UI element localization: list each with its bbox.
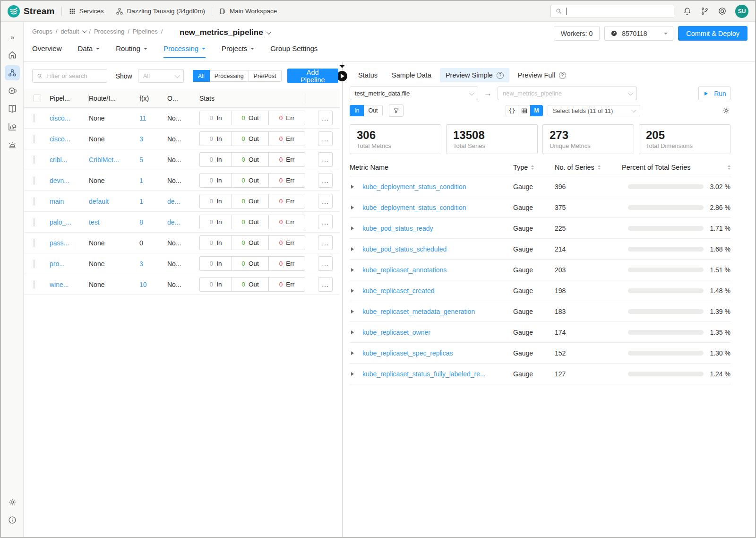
function-count[interactable]: 5	[139, 156, 143, 164]
row-menu-button[interactable]: ...	[318, 173, 333, 188]
col-output[interactable]: O...	[167, 95, 178, 102]
metric-name-link[interactable]: kube_deployment_status_condition	[362, 183, 466, 191]
segment-button[interactable]: All	[193, 70, 210, 82]
expand-row-icon[interactable]	[351, 289, 356, 293]
info-nav[interactable]	[5, 512, 20, 528]
row-menu-button[interactable]: ...	[318, 111, 333, 125]
output-value[interactable]: de...	[167, 218, 180, 226]
settings-nav[interactable]	[5, 495, 20, 510]
function-count[interactable]: 10	[139, 281, 147, 288]
page-title[interactable]: new_metrics_pipeline	[180, 28, 270, 37]
output-value[interactable]: No...	[167, 177, 181, 184]
expand-row-icon[interactable]	[351, 268, 356, 272]
panel-divider[interactable]	[342, 62, 343, 537]
data-nav[interactable]	[5, 83, 20, 98]
sort-icon[interactable]	[531, 164, 534, 171]
col-metric-name[interactable]: Metric Name	[350, 164, 388, 171]
expand-row-icon[interactable]	[351, 372, 356, 376]
output-value[interactable]: No...	[167, 260, 181, 268]
knowledge-nav[interactable]	[5, 101, 20, 116]
output-value[interactable]: No...	[167, 281, 181, 288]
monitoring-nav[interactable]	[5, 119, 20, 134]
workers-button[interactable]: Workers: 0	[554, 26, 600, 41]
group-tab[interactable]: Group Settings	[270, 44, 318, 58]
expand-row-icon[interactable]	[351, 185, 356, 189]
notifications-nav[interactable]	[5, 137, 20, 152]
preview-tab[interactable]: Sample Data	[386, 68, 437, 82]
route-value[interactable]: default	[89, 198, 109, 205]
sort-icon[interactable]	[598, 164, 601, 171]
output-value[interactable]: No...	[167, 239, 181, 247]
workspace-selector[interactable]: Main Workspace	[219, 8, 277, 15]
select-fields-dropdown[interactable]: Select fields (11 of 11)	[548, 105, 640, 116]
row-menu-button[interactable]: ...	[318, 194, 333, 208]
output-value[interactable]: No...	[167, 114, 181, 122]
sample-file-select[interactable]: test_metric_data.file	[350, 87, 478, 100]
route-value[interactable]: None	[89, 135, 104, 143]
row-menu-button[interactable]: ...	[318, 256, 333, 271]
row-checkbox[interactable]	[34, 260, 34, 268]
col-percent[interactable]: Percent of Total Series	[622, 164, 691, 171]
preview-tab[interactable]: Preview Full	[512, 68, 572, 82]
filter-events-button[interactable]	[389, 104, 404, 117]
pipeline-name-link[interactable]: cisco...	[50, 135, 70, 143]
row-checkbox[interactable]	[34, 280, 34, 289]
route-value[interactable]: None	[89, 114, 104, 122]
metric-name-link[interactable]: kube_replicaset_created	[362, 287, 435, 295]
metrics-view-button[interactable]: M	[530, 105, 543, 116]
preview-tab[interactable]: Status	[352, 68, 383, 82]
group-tab[interactable]: Processing	[163, 44, 206, 58]
git-button[interactable]	[700, 7, 709, 16]
global-search-input[interactable]	[570, 8, 670, 15]
run-button[interactable]: Run	[698, 87, 730, 100]
commit-version-select[interactable]: 8570118	[604, 26, 673, 41]
breadcrumb-item[interactable]: /	[89, 28, 91, 35]
metric-name-link[interactable]: kube_pod_status_scheduled	[362, 245, 447, 253]
out-toggle[interactable]: Out	[363, 105, 382, 116]
expand-rail-button[interactable]: »	[5, 29, 20, 44]
notifications-button[interactable]	[683, 7, 692, 16]
breadcrumb-item[interactable]: Processing	[94, 28, 124, 35]
col-pipeline[interactable]: Pipel...	[50, 95, 70, 102]
select-all-checkbox[interactable]	[34, 95, 41, 102]
function-count[interactable]: 1	[139, 198, 143, 205]
row-checkbox[interactable]	[34, 135, 34, 143]
route-value[interactable]: None	[89, 239, 104, 247]
row-checkbox[interactable]	[34, 218, 34, 226]
user-avatar[interactable]: SU	[735, 5, 748, 18]
route-value[interactable]: test	[89, 218, 100, 226]
pipeline-name-link[interactable]: pass...	[50, 239, 69, 247]
breadcrumb-item[interactable]: Pipelines	[133, 28, 158, 35]
segment-button[interactable]: Pre/Post	[249, 70, 282, 82]
metric-name-link[interactable]: kube_replicaset_metadata_generation	[362, 308, 475, 315]
breadcrumb-item[interactable]: Groups	[32, 28, 52, 35]
expand-row-icon[interactable]	[351, 310, 356, 313]
route-value[interactable]: None	[89, 260, 104, 268]
col-route[interactable]: Route/I...	[89, 95, 116, 102]
add-pipeline-button[interactable]: Add Pipeline	[287, 69, 338, 83]
metric-name-link[interactable]: kube_replicaset_annotations	[362, 266, 447, 274]
row-menu-button[interactable]: ...	[318, 235, 333, 250]
pipeline-name-link[interactable]: devn...	[50, 177, 69, 184]
col-functions[interactable]: f(x)	[139, 95, 149, 102]
function-count[interactable]: 3	[139, 135, 143, 143]
group-tab[interactable]: Routing	[116, 44, 147, 58]
metric-name-link[interactable]: kube_deployment_status_condition	[362, 204, 466, 211]
row-checkbox[interactable]	[34, 176, 34, 185]
group-tab[interactable]: Projects	[222, 44, 254, 58]
table-view-button[interactable]	[518, 105, 531, 116]
route-value[interactable]: None	[89, 177, 104, 184]
pipeline-name-link[interactable]: main	[50, 198, 64, 205]
in-toggle[interactable]: In	[350, 105, 364, 116]
group-tab[interactable]: Data	[78, 44, 100, 58]
pipeline-name-link[interactable]: palo_...	[50, 218, 71, 226]
help-button[interactable]	[718, 7, 727, 16]
metric-name-link[interactable]: kube_replicaset_spec_replicas	[362, 349, 453, 357]
row-checkbox[interactable]	[34, 156, 34, 164]
function-count[interactable]: 1	[139, 177, 143, 184]
expand-row-icon[interactable]	[351, 351, 356, 355]
output-value[interactable]: de...	[167, 198, 180, 205]
function-count[interactable]: 11	[139, 114, 146, 122]
row-menu-button[interactable]: ...	[318, 131, 333, 146]
expand-row-icon[interactable]	[351, 226, 356, 230]
